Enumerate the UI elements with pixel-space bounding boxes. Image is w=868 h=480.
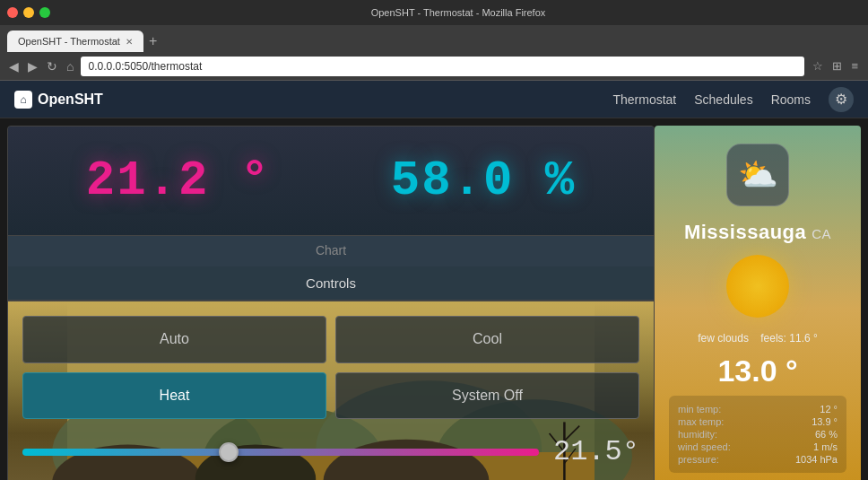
browser-titlebar: OpenSHT - Thermostat - Mozilla Firefox xyxy=(0,0,868,25)
min-temp-value: 12 ° xyxy=(820,404,838,415)
auto-button[interactable]: Auto xyxy=(22,316,326,363)
humidity-value: 66 % xyxy=(815,429,838,440)
humidity-row: humidity: 66 % xyxy=(678,428,838,441)
landscape-area: Auto Cool Heat System Off 21.5° xyxy=(8,301,654,480)
logo-text: OpenSHT xyxy=(38,92,103,108)
back-button[interactable]: ◀ xyxy=(7,59,21,74)
max-temp-row: max temp: 13.9 ° xyxy=(678,415,838,428)
minimize-button[interactable] xyxy=(23,7,34,18)
feels-like-text: feels: 11.6 ° xyxy=(760,332,818,345)
nav-rooms[interactable]: Rooms xyxy=(771,92,811,107)
weather-desc-text: few clouds xyxy=(698,332,749,345)
browser-tabbar: OpenSHT - Thermostat ✕ + xyxy=(0,25,868,52)
max-temp-label: max temp: xyxy=(678,416,724,427)
weather-city-row: Mississauga CA xyxy=(684,221,831,244)
min-temp-row: min temp: 12 ° xyxy=(678,403,838,415)
controls-label: Controls xyxy=(8,266,654,301)
min-temp-label: min temp: xyxy=(678,404,721,415)
browser-toolbar-icons: ☆ ⊞ ≡ xyxy=(810,59,861,73)
tab-row: Chart xyxy=(8,236,654,266)
settings-button[interactable]: ⚙ xyxy=(829,87,854,112)
maximize-button[interactable] xyxy=(39,7,50,18)
forward-button[interactable]: ▶ xyxy=(26,59,39,74)
city-name: Mississauga xyxy=(684,221,806,244)
pressure-value: 1034 hPa xyxy=(795,454,838,465)
home-button[interactable]: ⌂ xyxy=(65,59,75,74)
browser-addressbar: ◀ ▶ ↻ ⌂ ☆ ⊞ ≡ xyxy=(0,52,868,81)
active-tab[interactable]: OpenSHT - Thermostat ✕ xyxy=(7,31,143,52)
weather-icon: ⛅ xyxy=(738,156,778,194)
system-off-button[interactable]: System Off xyxy=(335,372,639,420)
tab-label: OpenSHT - Thermostat xyxy=(18,36,120,47)
wind-speed-row: wind speed: 1 m/s xyxy=(678,441,838,453)
app-navbar: ⌂ OpenSHT Thermostat Schedules Rooms ⚙ xyxy=(0,81,868,118)
close-button[interactable] xyxy=(7,7,18,18)
pressure-label: pressure: xyxy=(678,454,719,465)
temperature-display: 21.2 ° xyxy=(86,153,271,208)
menu-icon[interactable]: ≡ xyxy=(848,59,861,73)
controls-panel: Auto Cool Heat System Off 21.5° xyxy=(8,301,654,480)
cool-button[interactable]: Cool xyxy=(335,316,639,363)
mode-row-2: Heat System Off xyxy=(22,372,639,420)
humidity-label: humidity: xyxy=(678,429,717,440)
new-tab-button[interactable]: + xyxy=(149,31,157,52)
max-temp-value: 13.9 ° xyxy=(812,416,838,427)
extensions-icon[interactable]: ⊞ xyxy=(829,59,845,73)
country-name: CA xyxy=(812,226,831,241)
logo-icon: ⌂ xyxy=(14,91,32,109)
wind-speed-label: wind speed: xyxy=(678,441,731,452)
app-logo: ⌂ OpenSHT xyxy=(14,91,103,109)
window-controls xyxy=(7,7,50,18)
nav-thermostat[interactable]: Thermostat xyxy=(612,92,676,107)
slider-thumb[interactable] xyxy=(219,442,239,462)
weather-temp-main: 13.0 ° xyxy=(717,353,797,388)
nav-schedules[interactable]: Schedules xyxy=(694,92,752,107)
pressure-row: pressure: 1034 hPa xyxy=(678,453,838,466)
setpoint-display: 21.5° xyxy=(553,435,639,468)
heat-button[interactable]: Heat xyxy=(22,372,326,420)
weather-panel: ⛅ Mississauga CA few clouds feels: 11.6 … xyxy=(655,126,861,480)
settings-icon: ⚙ xyxy=(835,91,847,108)
bookmark-icon[interactable]: ☆ xyxy=(810,59,826,73)
browser-title: OpenSHT - Thermostat - Mozilla Firefox xyxy=(56,7,861,18)
tab-close-icon[interactable]: ✕ xyxy=(126,37,133,47)
temp-humidity-bar: 21.2 ° 58.0 % xyxy=(8,127,654,236)
address-bar[interactable] xyxy=(81,57,804,76)
sun-circle xyxy=(726,255,789,318)
left-panel: 21.2 ° 58.0 % Chart Controls xyxy=(7,126,655,480)
weather-description: few clouds feels: 11.6 ° xyxy=(698,332,818,345)
wind-speed-value: 1 m/s xyxy=(813,441,838,452)
humidity-display: 58.0 % xyxy=(391,153,576,208)
nav-links: Thermostat Schedules Rooms ⚙ xyxy=(612,87,854,112)
main-content: 21.2 ° 58.0 % Chart Controls xyxy=(0,118,868,480)
temp-slider-wrapper xyxy=(22,443,539,461)
mode-row-1: Auto Cool xyxy=(22,316,639,363)
tab-area: Chart Controls xyxy=(8,236,654,301)
chart-tab[interactable]: Chart xyxy=(8,236,654,266)
slider-track xyxy=(22,449,539,456)
weather-icon-box: ⛅ xyxy=(726,144,789,206)
reload-button[interactable]: ↻ xyxy=(45,59,59,74)
weather-details: min temp: 12 ° max temp: 13.9 ° humidity… xyxy=(669,396,846,473)
slider-row: 21.5° xyxy=(22,428,639,476)
